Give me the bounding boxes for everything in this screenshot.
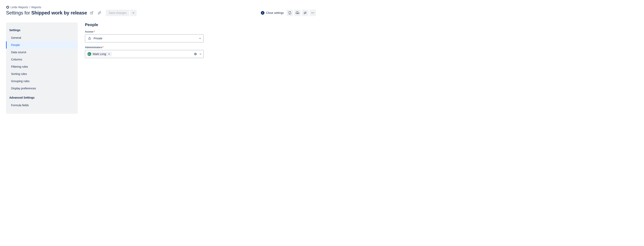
access-value: Private: [94, 37, 102, 40]
save-button[interactable]: Save changes: [106, 10, 130, 16]
open-external-icon[interactable]: [89, 10, 94, 16]
chevron-down-icon: [199, 37, 202, 40]
sidebar-heading-advanced: Advanced Settings: [6, 95, 78, 102]
main-panel: People Access* Private: [85, 22, 204, 62]
svg-point-10: [311, 13, 312, 13]
svg-point-7: [305, 12, 306, 13]
svg-rect-13: [88, 38, 90, 40]
section-title: People: [85, 22, 204, 27]
lock-icon: [88, 37, 91, 40]
sidebar-heading-settings: Settings: [6, 27, 78, 34]
administrators-label: Administrators*: [85, 46, 204, 49]
sidebar-item-filtering[interactable]: Filtering rules: [6, 63, 78, 70]
close-settings-button[interactable]: Close settings: [259, 10, 285, 16]
cloud-download-icon[interactable]: [294, 10, 301, 16]
link-icon[interactable]: [96, 10, 102, 16]
close-icon: [261, 11, 264, 15]
access-label: Access*: [85, 30, 204, 33]
sync-icon[interactable]: [286, 10, 293, 16]
filter-settings-icon[interactable]: [302, 10, 308, 16]
svg-line-2: [92, 12, 93, 13]
page-title: Settings for Shipped work by release: [6, 10, 87, 16]
more-icon[interactable]: [310, 10, 316, 16]
svg-point-12: [314, 13, 314, 13]
sidebar-item-display[interactable]: Display preferences: [6, 85, 78, 92]
administrators-multiselect[interactable]: ML Mark Long: [85, 50, 204, 58]
chevron-down-icon: [199, 53, 202, 55]
sidebar-item-formula[interactable]: Formula fields: [6, 102, 78, 109]
breadcrumb-root[interactable]: Limbr Reports: [10, 6, 28, 9]
sidebar-item-people[interactable]: People: [6, 41, 78, 49]
clear-all-icon[interactable]: [194, 52, 197, 56]
sidebar-item-sorting[interactable]: Sorting rules: [6, 70, 78, 78]
sidebar-item-general[interactable]: General: [6, 34, 78, 41]
svg-point-11: [312, 13, 313, 13]
breadcrumb-current[interactable]: Reports: [32, 6, 41, 9]
breadcrumb-separator: /: [30, 6, 30, 9]
avatar: ML: [88, 52, 91, 56]
access-select[interactable]: Private: [85, 34, 204, 42]
sidebar-item-columns[interactable]: Columns: [6, 56, 78, 63]
settings-sidebar: Settings General People Data source Colu…: [6, 22, 78, 114]
app-logo-icon: [6, 6, 9, 9]
svg-point-9: [304, 13, 305, 14]
remove-chip-icon[interactable]: [108, 53, 110, 55]
admin-chip: ML Mark Long: [87, 52, 112, 56]
save-dropdown-button[interactable]: [130, 10, 137, 16]
admin-chip-name: Mark Long: [93, 52, 106, 56]
sidebar-item-data-source[interactable]: Data source: [6, 49, 78, 56]
sidebar-item-grouping[interactable]: Grouping rules: [6, 78, 78, 85]
breadcrumb: Limbr Reports / Reports: [6, 6, 316, 9]
